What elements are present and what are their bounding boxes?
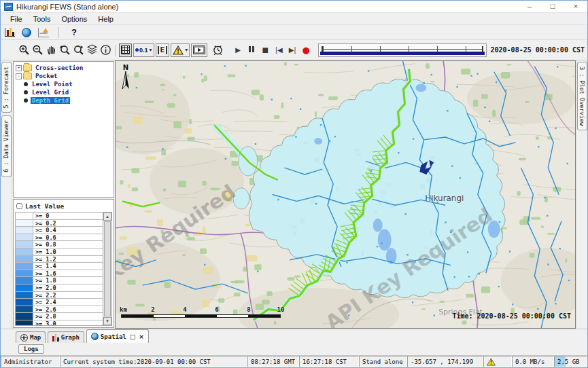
tab-spatial[interactable]: Spatial□× [86, 329, 149, 343]
legend-row: >= 0.6 [16, 234, 111, 242]
play-button[interactable]: ▶ [231, 46, 245, 54]
logs-button[interactable]: Logs [18, 344, 44, 354]
bottom-tab-bar: Map Graph Spatial□× [1, 329, 587, 343]
scale-button[interactable]: E [156, 43, 170, 57]
legend-swatch [16, 284, 33, 291]
info-icon[interactable] [99, 43, 112, 57]
zoom-next-icon[interactable] [71, 43, 85, 57]
menu-help[interactable]: Help [92, 14, 119, 24]
stop-button[interactable]: ■ [258, 46, 272, 54]
legend-row: >= 0.8 [16, 241, 111, 249]
pan-icon[interactable] [44, 43, 58, 57]
tab-forecast[interactable]: 5 : Forecast [1, 62, 12, 113]
left-panel: +Cross-section-PocketLevel PointLevel Gr… [12, 60, 115, 329]
tab-map[interactable]: Map [16, 331, 46, 343]
scroll-down-icon[interactable]: ▼ [103, 317, 111, 325]
globe-icon [91, 333, 99, 340]
logs-row: Logs [1, 343, 587, 356]
window-title: Hikurangi FEWS (Stand alone) [16, 3, 118, 11]
tree-item-depth-grid[interactable]: Depth Grid [14, 96, 114, 105]
animation-button[interactable] [191, 43, 207, 57]
legend-swatch [16, 270, 33, 277]
warnings-button[interactable]: ▾ [171, 43, 190, 57]
legend-panel: Last Value >= 0>= 0.2>= 0.4>= 0.6>= 0.8>… [13, 199, 114, 328]
tree-item-label: Level Grid [31, 89, 70, 96]
pause-button[interactable] [245, 46, 258, 54]
legend-label: >= 0.4 [33, 227, 103, 234]
legend-swatch [16, 277, 33, 284]
grid-layer-button[interactable] [119, 43, 132, 57]
threshold-button[interactable]: 0.1▾ [133, 43, 154, 57]
skip-back-button[interactable]: |◀ [272, 46, 286, 54]
legend-row: >= 0.4 [16, 227, 111, 234]
legend-swatch [16, 256, 33, 263]
legend-label: >= 0.8 [33, 241, 103, 248]
scrollbar-thumb[interactable] [104, 221, 111, 316]
tree-item-level-grid[interactable]: Level Grid [14, 88, 114, 96]
tree-expander-icon[interactable]: + [16, 65, 22, 71]
legend-row: >= 2.0 [16, 284, 111, 292]
north-arrow: N [121, 64, 131, 93]
legend-scrollbar[interactable]: ▲ ▼ [103, 213, 111, 325]
legend-swatch [16, 292, 33, 299]
map-time-label: Time: 2020-08-25 00:00:00 CST [452, 312, 571, 320]
wire-globe-icon [20, 334, 28, 342]
legend-row: >= 1.4 [16, 263, 111, 270]
legend-label: >= 2.6 [33, 306, 103, 313]
pause-icon [249, 46, 254, 52]
legend-label: >= 1.6 [33, 270, 103, 277]
legend-label: >= 1.8 [33, 277, 103, 284]
skip-forward-button[interactable]: ▶| [286, 46, 299, 54]
menu-options[interactable]: Options [56, 14, 92, 24]
status-system-time: Current system time:2020-09-01 00:00 CST [60, 356, 247, 367]
tab-plot-overview[interactable]: 3 : Plot Overview [577, 62, 587, 130]
tab-graph[interactable]: Graph [48, 331, 84, 343]
layers-icon[interactable] [85, 43, 99, 57]
legend-swatch [16, 234, 33, 241]
timer-icon[interactable] [211, 43, 224, 57]
help-icon[interactable]: ? [69, 27, 80, 37]
menu-tools[interactable]: Tools [28, 14, 56, 24]
current-time-label: 2020-08-25 00:00:00 CST [491, 46, 587, 54]
maximize-button[interactable]: □ [541, 1, 564, 12]
legend-swatch [16, 263, 33, 270]
legend-swatch [16, 313, 33, 320]
database-icon[interactable] [5, 28, 15, 37]
zoom-out-icon[interactable] [31, 43, 44, 57]
node-bullet-icon [24, 98, 28, 103]
last-value-checkbox[interactable] [16, 203, 22, 209]
tab-close-icon[interactable]: × [139, 333, 144, 340]
scalebar-tick: 10 [277, 306, 285, 313]
map-decorations [116, 61, 575, 328]
tree-item-label: Level Point [31, 81, 74, 88]
tab-data-viewer[interactable]: 6 : Data Viewer [1, 115, 12, 177]
legend-row: >= 2.4 [16, 299, 111, 306]
timeseries-display-icon[interactable] [38, 28, 49, 37]
minimize-button[interactable]: – [518, 1, 541, 12]
threshold-dot-icon [135, 48, 139, 52]
menu-file[interactable]: File [5, 14, 28, 24]
record-button[interactable]: ● [299, 45, 313, 55]
folder-icon [23, 65, 32, 71]
map-canvas[interactable]: API Key Required API Key Required Hikura… [115, 60, 576, 329]
title-bar: Hikurangi FEWS (Stand alone) – □ × [1, 1, 587, 13]
tree-item-label: Cross-section [34, 65, 84, 71]
close-button[interactable]: × [564, 1, 587, 12]
time-slider[interactable] [318, 43, 486, 57]
status-bar: AdministratorCurrent system time:2020-09… [1, 356, 587, 367]
legend-row: >= 2.8 [16, 313, 111, 320]
toolbar-separator [58, 27, 59, 38]
legend-row: >= 1.6 [16, 270, 111, 278]
tree-item-level-point[interactable]: Level Point [14, 80, 114, 88]
scroll-up-icon[interactable]: ▲ [103, 213, 111, 221]
app-window: Hikurangi FEWS (Stand alone) – □ × FileT… [0, 0, 588, 368]
map-display-icon[interactable] [22, 28, 31, 37]
tab-maximize-icon[interactable]: □ [130, 333, 136, 340]
tree-item-pocket[interactable]: -Pocket [14, 72, 114, 80]
legend-row: >= 3.0 [16, 320, 111, 326]
last-value-label: Last Value [25, 202, 64, 210]
zoom-in-icon[interactable] [17, 43, 31, 57]
zoom-previous-icon[interactable] [58, 43, 71, 57]
legend-label: >= 1.0 [33, 249, 103, 255]
tree-expander-icon[interactable]: - [16, 73, 22, 79]
